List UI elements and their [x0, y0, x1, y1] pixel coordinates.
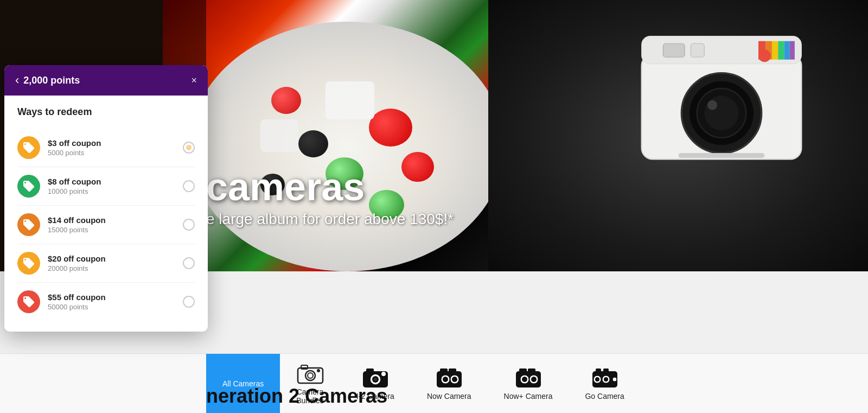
svg-point-11	[704, 96, 738, 130]
svg-point-32	[452, 377, 457, 382]
nowplus-camera-icon	[515, 367, 542, 389]
coupon-item-55[interactable]: $55 off coupon 50000 points	[17, 283, 195, 321]
coupon-points-55: 50000 points	[48, 303, 175, 311]
ways-to-redeem-title: Ways to redeem	[17, 106, 195, 118]
hero-subtitle: e large album for order above 130$!*	[206, 211, 454, 228]
coupon-info-55: $55 off coupon 50000 points	[48, 293, 175, 311]
nav-nowplus-camera[interactable]: Now+ Camera	[488, 354, 569, 414]
coupon-points-14: 15000 points	[48, 226, 175, 234]
svg-point-19	[308, 373, 313, 378]
coupon-icon-55	[17, 290, 40, 313]
svg-point-46	[604, 377, 608, 382]
svg-point-25	[374, 378, 377, 381]
svg-point-47	[612, 377, 617, 382]
svg-point-26	[381, 372, 386, 376]
svg-rect-48	[596, 368, 601, 372]
coupon-radio-55[interactable]	[183, 296, 195, 308]
svg-rect-34	[449, 368, 456, 373]
svg-rect-16	[679, 153, 765, 158]
camera-image	[629, 16, 835, 223]
coupon-label-3: $3 off coupon	[48, 138, 175, 148]
panel-close-button[interactable]: ×	[191, 75, 197, 86]
coupon-label-8: $8 off coupon	[48, 177, 175, 186]
hero-text-block: cameras e large album for order above 13…	[206, 167, 454, 228]
coupon-item-8[interactable]: $8 off coupon 10000 points	[17, 167, 195, 206]
panel-header: ‹ 2,000 points ×	[4, 65, 208, 96]
coupon-info-3: $3 off coupon 5000 points	[48, 138, 175, 157]
panel-back-button[interactable]: ‹ 2,000 points	[15, 73, 80, 87]
camera-bundles-icon	[297, 363, 324, 384]
section-title: neration 2 Cameras	[206, 385, 387, 408]
panel-points-title: 2,000 points	[23, 75, 80, 86]
svg-rect-7	[790, 41, 795, 60]
svg-rect-41	[528, 368, 535, 373]
nav-now-label: Now Camera	[427, 392, 471, 401]
coupon-info-14: $14 off coupon 15000 points	[48, 215, 175, 234]
coupon-radio-20[interactable]	[183, 257, 195, 269]
coupon-radio-14[interactable]	[183, 219, 195, 231]
go-camera-icon	[591, 367, 618, 389]
coupon-icon-20	[17, 252, 40, 275]
nav-go-camera[interactable]: Go Camera	[569, 354, 640, 414]
svg-rect-15	[691, 43, 704, 57]
nav-go-label: Go Camera	[585, 392, 624, 401]
redemption-panel: ‹ 2,000 points × Ways to redeem $3 off c…	[4, 65, 208, 332]
coupon-info-20: $20 off coupon 20000 points	[48, 254, 175, 272]
coupon-item-3[interactable]: $3 off coupon 5000 points	[17, 129, 195, 167]
svg-rect-27	[366, 368, 374, 373]
coupon-item-14[interactable]: $14 off coupon 15000 points	[17, 206, 195, 244]
camera-nav-bar: All Cameras CameraBundles I-2 Camera	[0, 353, 868, 413]
back-icon: ‹	[15, 73, 19, 87]
nav-nowplus-label: Now+ Camera	[504, 392, 553, 401]
hero-camera-bg	[488, 0, 868, 271]
svg-point-44	[595, 377, 599, 382]
coupon-label-20: $20 off coupon	[48, 254, 175, 263]
svg-point-13	[758, 50, 771, 62]
coupon-points-20: 20000 points	[48, 264, 175, 272]
svg-rect-49	[603, 368, 609, 372]
coupon-label-14: $14 off coupon	[48, 215, 175, 225]
coupon-points-8: 10000 points	[48, 187, 175, 195]
nav-now-camera[interactable]: Now Camera	[411, 354, 488, 414]
now-camera-icon	[436, 367, 463, 389]
coupon-item-20[interactable]: $20 off coupon 20000 points	[17, 244, 195, 283]
hero-title: cameras	[206, 167, 454, 206]
coupon-points-3: 5000 points	[48, 149, 175, 157]
svg-point-12	[707, 100, 717, 110]
svg-rect-5	[778, 41, 784, 60]
svg-rect-40	[519, 368, 527, 373]
svg-point-18	[305, 371, 315, 380]
panel-body: Ways to redeem $3 off coupon 5000 points…	[4, 96, 208, 332]
coupon-radio-8[interactable]	[183, 180, 195, 192]
svg-point-21	[317, 369, 320, 372]
svg-rect-14	[663, 43, 685, 57]
svg-point-30	[443, 377, 448, 382]
hero-food-bg	[163, 0, 542, 271]
svg-rect-33	[440, 368, 448, 373]
coupon-icon-14	[17, 213, 40, 236]
svg-point-37	[522, 377, 527, 382]
svg-point-39	[531, 377, 537, 382]
svg-rect-4	[772, 41, 778, 60]
svg-rect-6	[784, 41, 790, 60]
coupon-icon-8	[17, 175, 40, 198]
coupon-icon-3	[17, 136, 40, 159]
coupon-info-8: $8 off coupon 10000 points	[48, 177, 175, 195]
coupon-radio-3[interactable]	[183, 142, 195, 154]
coupon-label-55: $55 off coupon	[48, 293, 175, 302]
